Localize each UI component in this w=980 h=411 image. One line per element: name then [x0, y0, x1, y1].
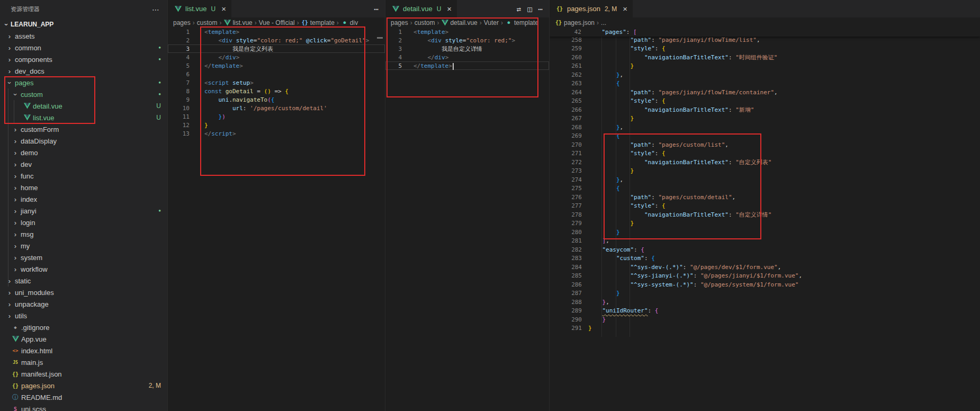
tree-folder-home[interactable]: ›home — [0, 182, 167, 193]
code-line-288[interactable]: 288 }, — [550, 298, 980, 307]
tree-folder-msg[interactable]: ›msg — [0, 228, 167, 240]
breadcrumb-item-custom[interactable]: custom — [415, 19, 435, 26]
code-line-6[interactable]: 6 — [168, 70, 385, 78]
tree-folder-custom[interactable]: ›custom● — [0, 88, 167, 100]
code-line-281[interactable]: 281 ], — [550, 236, 980, 245]
code-line-4[interactable]: 4 </div> — [168, 53, 385, 61]
code-line-4[interactable]: 4 </div> — [385, 53, 549, 61]
code-line-13[interactable]: 13</script> — [168, 129, 385, 138]
code-line-264[interactable]: 264 "path": "pages/jianyi/flowTime/conta… — [550, 88, 980, 97]
tree-folder-demo[interactable]: ›demo — [0, 147, 167, 158]
code-line-5[interactable]: 5</template> — [385, 61, 549, 70]
code-line-275[interactable]: 275 { — [550, 184, 980, 193]
breadcrumb-item-Vue - Official[interactable]: Vue - Official — [259, 19, 295, 26]
tree-file-uni.scss[interactable]: Suni.scss — [0, 403, 167, 411]
code-line-2[interactable]: 2 <div style="color: red;"> — [385, 36, 549, 44]
tree-file-detail.vue[interactable]: detail.vueU — [0, 100, 167, 112]
open-changes-icon[interactable]: ⇄ — [517, 5, 521, 13]
code-line-9[interactable]: 9 uni.navigateTo({ — [168, 95, 385, 104]
project-root[interactable]: › LEARUN_APP — [0, 19, 167, 30]
tree-folder-func[interactable]: ›func — [0, 170, 167, 182]
breadcrumb-item-list.vue[interactable]: list.vue — [223, 19, 252, 26]
code-line-277[interactable]: 277 "style": { — [550, 201, 980, 210]
close-icon[interactable]: × — [623, 5, 627, 13]
code-line-262[interactable]: 262 }, — [550, 70, 980, 79]
tree-folder-index[interactable]: ›index — [0, 193, 167, 205]
tab-list.vue[interactable]: list.vueU× — [168, 0, 232, 17]
split-editor-icon[interactable]: ◫ — [527, 5, 532, 13]
tree-folder-assets[interactable]: ›assets — [0, 30, 167, 42]
code-line-272[interactable]: 272 "navigationBarTitleText": "自定义列表" — [550, 158, 980, 167]
code-line-276[interactable]: 276 "path": "pages/custom/detail", — [550, 193, 980, 202]
code-line-271[interactable]: 271 "style": { — [550, 149, 980, 158]
breadcrumb-item-...[interactable]: ... — [601, 19, 606, 26]
code-line-279[interactable]: 279 } — [550, 219, 980, 228]
tree-file-index.html[interactable]: <>index.html — [0, 345, 167, 356]
tree-file-README.md[interactable]: ⓘREADME.md — [0, 391, 167, 403]
more-actions-icon[interactable]: ⋯ — [152, 5, 160, 14]
code-line-259[interactable]: 259 "style": { — [550, 44, 980, 53]
code-area[interactable]: 257 {258 "path": "pages/jianyi/flowTime/… — [550, 28, 980, 411]
tree-folder-customForm[interactable]: ›customForm — [0, 123, 167, 135]
sticky-scroll-line[interactable]: 42 "pages": [ — [550, 28, 980, 37]
tree-file-.gitignore[interactable]: ◆.gitignore — [0, 321, 167, 333]
breadcrumb[interactable]: pages›custom›detail.vue›Vuter›●template — [385, 17, 549, 28]
tree-folder-login[interactable]: ›login — [0, 217, 167, 228]
code-line-267[interactable]: 267 } — [550, 114, 980, 123]
code-area[interactable]: 1<template>2 <div style="color: red;">3 … — [385, 28, 549, 411]
tree-file-pages.json[interactable]: {}pages.json2, M — [0, 380, 167, 391]
code-line-7[interactable]: 7<script setup> — [168, 78, 385, 87]
code-line-284[interactable]: 284 "^sys-dev-(.*)": "@/pages/dev/$1/for… — [550, 263, 980, 272]
tree-file-main.js[interactable]: JSmain.js — [0, 356, 167, 368]
code-line-282[interactable]: 282 "easycom": { — [550, 245, 980, 254]
tree-folder-dataDisplay[interactable]: ›dataDisplay — [0, 135, 167, 147]
code-line-260[interactable]: 260 "navigationBarTitleText": "时间组件验证" — [550, 53, 980, 62]
tab-detail.vue[interactable]: detail.vueU× — [385, 0, 457, 17]
tree-folder-dev_docs[interactable]: ›dev_docs — [0, 65, 167, 77]
tree-folder-workflow[interactable]: ›workflow — [0, 263, 167, 275]
code-area[interactable]: 1<template>2 <div style="color: red;" @c… — [168, 28, 385, 411]
tree-folder-uni_modules[interactable]: ›uni_modules — [0, 287, 167, 298]
code-line-12[interactable]: 12} — [168, 121, 385, 129]
more-actions-icon[interactable]: ⋯ — [538, 5, 543, 13]
code-line-263[interactable]: 263 { — [550, 79, 980, 88]
more-actions-icon[interactable]: ⋯ — [374, 5, 379, 13]
code-line-11[interactable]: 11 }) — [168, 112, 385, 121]
tree-file-App.vue[interactable]: App.vue — [0, 333, 167, 345]
tab-pages.json[interactable]: {}pages.json2, M× — [550, 0, 633, 17]
breadcrumb-item-pages[interactable]: pages — [391, 19, 408, 26]
code-line-5[interactable]: 5</template> — [168, 61, 385, 70]
close-icon[interactable]: × — [221, 5, 226, 13]
breadcrumb-item-detail.vue[interactable]: detail.vue — [441, 19, 477, 26]
tree-folder-my[interactable]: ›my — [0, 240, 167, 252]
tree-folder-pages[interactable]: ›pages● — [0, 77, 167, 88]
code-line-268[interactable]: 268 }, — [550, 123, 980, 132]
tree-folder-unpackage[interactable]: ›unpackage — [0, 298, 167, 310]
code-line-10[interactable]: 10 url: '/pages/custom/detail' — [168, 104, 385, 112]
code-line-286[interactable]: 286 "^sys-system-(.*)": "@/pages/system/… — [550, 280, 980, 289]
code-line-290[interactable]: 290 } — [550, 315, 980, 324]
tree-folder-common[interactable]: ›common● — [0, 42, 167, 53]
code-line-283[interactable]: 283 "custom": { — [550, 254, 980, 263]
tree-folder-utils[interactable]: ›utils — [0, 310, 167, 321]
breadcrumb-item-custom[interactable]: custom — [197, 19, 218, 26]
breadcrumb-item-template[interactable]: ●template — [505, 19, 538, 26]
breadcrumb-item-Vuter[interactable]: Vuter — [484, 19, 499, 26]
tree-file-list.vue[interactable]: list.vueU — [0, 112, 167, 123]
code-line-274[interactable]: 274 }, — [550, 175, 980, 184]
code-line-8[interactable]: 8const goDetail = () => { — [168, 87, 385, 95]
code-line-289[interactable]: 289 "uniIdRouter": { — [550, 306, 980, 315]
breadcrumb-item-pages.json[interactable]: {}pages.json — [555, 19, 595, 26]
tree-folder-components[interactable]: ›components● — [0, 53, 167, 65]
tree-folder-dev[interactable]: ›dev — [0, 158, 167, 170]
tree-file-manifest.json[interactable]: {}manifest.json — [0, 368, 167, 380]
code-line-1[interactable]: 1<template> — [385, 28, 549, 36]
code-line-278[interactable]: 278 "navigationBarTitleText": "自定义详情" — [550, 210, 980, 219]
code-line-3[interactable]: 3 我是自定义列表 — [168, 44, 385, 53]
code-line-261[interactable]: 261 } — [550, 61, 980, 70]
code-line-266[interactable]: 266 "navigationBarTitleText": "新增" — [550, 105, 980, 114]
code-line-1[interactable]: 1<template> — [168, 28, 385, 36]
breadcrumb-item-pages[interactable]: pages — [173, 19, 191, 26]
breadcrumb[interactable]: {}pages.json›... — [550, 17, 980, 28]
code-line-285[interactable]: 285 "^sys-jianyi-(.*)": "@/pages/jianyi/… — [550, 271, 980, 280]
